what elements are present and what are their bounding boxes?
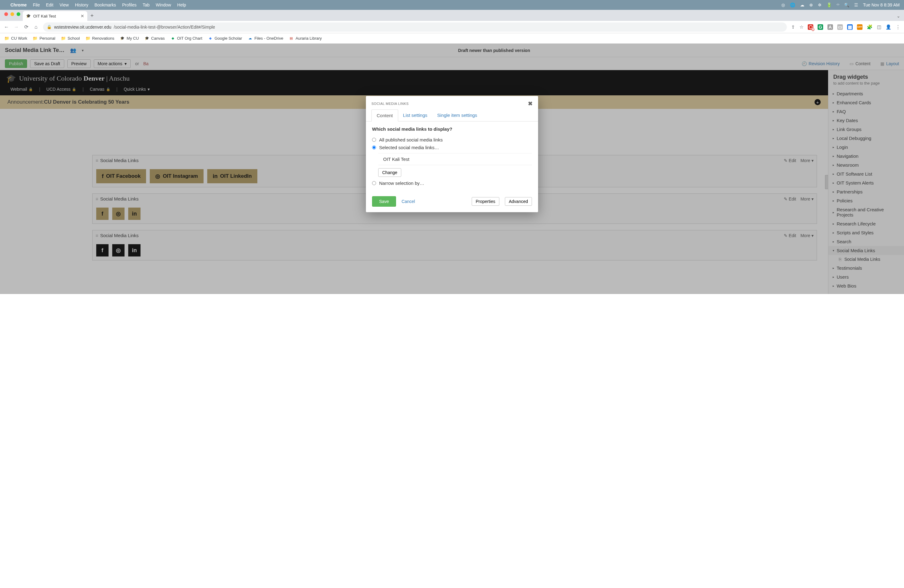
status-icon[interactable]: ☁︎ <box>800 2 804 7</box>
bookmark-label: Canvas <box>151 36 165 41</box>
menu-help[interactable]: Help <box>177 2 186 7</box>
profile-avatar[interactable]: 👤 <box>885 24 891 30</box>
radio-all-published[interactable]: All published social media links <box>372 136 532 144</box>
radio-label: All published social media links <box>379 137 443 142</box>
status-icon[interactable]: 🌐 <box>790 2 795 7</box>
tabstrip-expand-icon[interactable]: ⌄ <box>893 11 904 21</box>
bookmark-favicon: 🎓 <box>144 36 149 41</box>
bookmark-item[interactable]: ☁︎Files - OneDrive <box>248 36 283 41</box>
bookmark-folder[interactable]: 📁Personal <box>33 36 55 41</box>
menu-history[interactable]: History <box>75 2 89 7</box>
reload-button[interactable]: ⟳ <box>24 24 29 30</box>
chrome-tabstrip: 🎓 OIT Kali Test ✕ + ⌄ <box>0 10 904 21</box>
extension-icon[interactable]: A <box>827 24 833 30</box>
menu-edit[interactable]: Edit <box>46 2 53 7</box>
tab-content[interactable]: Content <box>371 109 398 122</box>
properties-button[interactable]: Properties <box>472 197 499 206</box>
grammarly-icon[interactable]: G <box>818 24 823 30</box>
advanced-button[interactable]: Advanced <box>505 197 532 206</box>
spotlight-icon[interactable]: 🔍 <box>844 2 849 7</box>
folder-icon: 📁 <box>61 36 66 41</box>
extension-icon[interactable]: ▦ <box>847 24 853 30</box>
bookmark-folder[interactable]: 📁School <box>61 36 80 41</box>
extension-icon[interactable]: OFF <box>857 24 863 30</box>
modal-tabs: Content List settings Single item settin… <box>366 109 538 122</box>
new-tab-button[interactable]: + <box>87 11 97 21</box>
change-button[interactable]: Change <box>378 168 401 177</box>
extension-icon[interactable]: ⬡1 <box>808 24 813 30</box>
tab-favicon: 🎓 <box>26 14 31 19</box>
bookmark-item[interactable]: ◆Google Scholar <box>208 36 242 41</box>
social-media-links-modal: SOCIAL MEDIA LINKS ✖ Content List settin… <box>366 96 538 212</box>
side-panel-icon[interactable]: ◫ <box>877 24 881 30</box>
menu-profiles[interactable]: Profiles <box>122 2 136 7</box>
bookmark-item[interactable]: 🎓Canvas <box>144 36 165 41</box>
bookmark-folder[interactable]: 📁CU Work <box>4 36 27 41</box>
bookmark-folder[interactable]: 📁Renovations <box>85 36 114 41</box>
radio-input-narrow[interactable] <box>372 181 376 185</box>
menu-app[interactable]: Chrome <box>11 2 27 7</box>
bookmark-favicon: ☁︎ <box>248 36 253 41</box>
radio-input-selected[interactable] <box>372 145 376 149</box>
folder-icon: 📁 <box>33 36 38 41</box>
wifi-icon[interactable]: ⌔ <box>837 2 839 7</box>
battery-icon[interactable]: 🔋 <box>827 2 832 7</box>
bookmark-favicon: ▤ <box>289 36 294 41</box>
browser-tab[interactable]: 🎓 OIT Kali Test ✕ <box>23 11 87 21</box>
menu-view[interactable]: View <box>60 2 69 7</box>
menu-bookmarks[interactable]: Bookmarks <box>95 2 116 7</box>
extensions-menu-icon[interactable]: 🧩 <box>867 24 872 30</box>
tab-single-item-settings[interactable]: Single item settings <box>432 109 482 121</box>
radio-input-all[interactable] <box>372 138 376 142</box>
status-icon[interactable]: ⊕ <box>809 2 813 7</box>
zoom-status-icon[interactable]: ◎ <box>781 2 785 7</box>
extension-icon[interactable]: ▭ <box>837 24 843 30</box>
menubar-clock[interactable]: Tue Nov 8 8:39 AM <box>863 2 900 7</box>
radio-narrow[interactable]: Narrow selection by… <box>372 179 532 187</box>
menu-file[interactable]: File <box>33 2 40 7</box>
modal-title: SOCIAL MEDIA LINKS <box>371 102 409 106</box>
omnibox-path: /social-media-link-test-@browser/Action/… <box>114 25 215 30</box>
bookmark-star-icon[interactable]: ☆ <box>800 24 803 30</box>
radio-label: Narrow selection by… <box>379 180 424 186</box>
bookmark-favicon: ◆ <box>170 36 175 41</box>
fullscreen-window-button[interactable] <box>17 12 20 16</box>
macos-menubar: Chrome File Edit View History Bookmarks … <box>0 0 904 10</box>
control-center-icon[interactable]: ☰ <box>854 2 858 7</box>
close-window-button[interactable] <box>4 12 8 16</box>
bookmark-label: School <box>68 36 80 41</box>
bookmark-label: OIT Org Chart <box>177 36 202 41</box>
bookmark-item[interactable]: ◆OIT Org Chart <box>170 36 202 41</box>
bookmark-item[interactable]: 🎓My CU <box>120 36 139 41</box>
bookmark-label: My CU <box>127 36 139 41</box>
page-viewport: Social Media Link Te… 👥 ▾ Draft newer th… <box>0 44 904 294</box>
home-button[interactable]: ⌂ <box>33 24 39 30</box>
modal-question: Which social media links to display? <box>372 126 532 132</box>
bookmark-label: CU Work <box>11 36 27 41</box>
tab-list-settings[interactable]: List settings <box>398 109 432 121</box>
chrome-menu-icon[interactable]: ⋮ <box>896 24 900 30</box>
menu-tab[interactable]: Tab <box>143 2 150 7</box>
menu-window[interactable]: Window <box>156 2 171 7</box>
omnibox-host: wstestreview.oit.ucdenver.edu <box>54 25 111 30</box>
back-button[interactable]: ← <box>4 24 9 30</box>
folder-icon: 📁 <box>4 36 9 41</box>
save-button[interactable]: Save <box>372 196 396 207</box>
bookmark-label: Google Scholar <box>215 36 242 41</box>
share-icon[interactable]: ⇪ <box>791 24 795 30</box>
selected-item: OIT Kali Test <box>378 153 532 165</box>
bluetooth-icon[interactable]: ✲ <box>818 2 822 7</box>
cancel-link[interactable]: Cancel <box>401 199 415 204</box>
chrome-toolbar: ← → ⟳ ⌂ 🔒 wstestreview.oit.ucdenver.edu/… <box>0 21 904 33</box>
modal-close-icon[interactable]: ✖ <box>528 100 533 107</box>
minimize-window-button[interactable] <box>11 12 14 16</box>
forward-button[interactable]: → <box>14 24 19 30</box>
bookmark-label: Renovations <box>92 36 114 41</box>
bookmark-label: Personal <box>40 36 55 41</box>
tab-close-icon[interactable]: ✕ <box>81 14 84 19</box>
omnibox[interactable]: 🔒 wstestreview.oit.ucdenver.edu/social-m… <box>43 22 787 32</box>
bookmark-label: Files - OneDrive <box>254 36 283 41</box>
bookmark-item[interactable]: ▤Auraria Library <box>289 36 322 41</box>
bookmark-favicon: ◆ <box>208 36 213 41</box>
radio-selected[interactable]: Selected social media links… <box>372 144 532 151</box>
